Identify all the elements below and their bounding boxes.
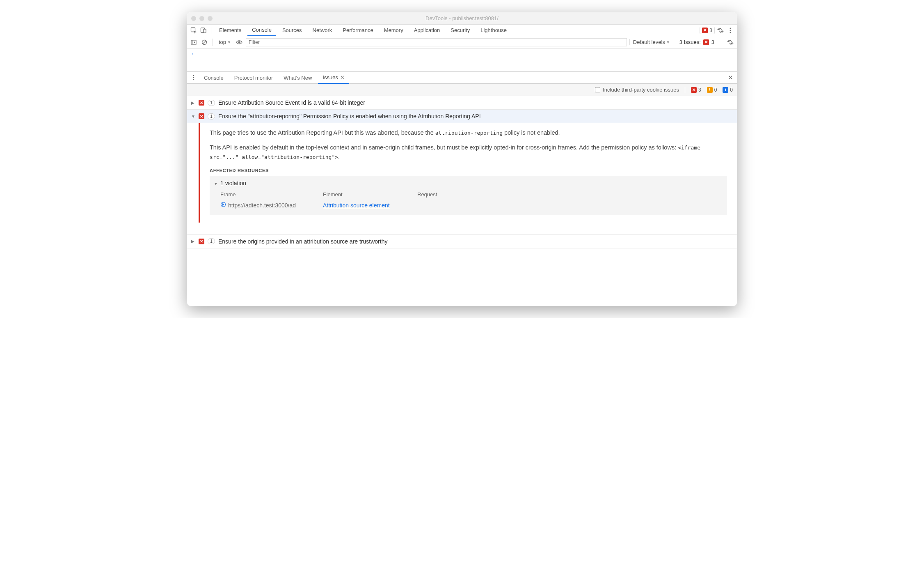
violation-header: 1 violation: [220, 179, 246, 188]
svg-point-10: [193, 77, 194, 78]
filter-input[interactable]: [246, 38, 627, 46]
divider: [211, 27, 211, 34]
titlebar: DevTools - publisher.test:8081/: [187, 12, 737, 25]
info-icon: i: [723, 87, 728, 93]
checkbox-icon: [595, 87, 600, 92]
tab-elements[interactable]: Elements: [215, 25, 246, 36]
warning-icon: !: [707, 87, 713, 93]
divider: [213, 39, 213, 46]
svg-point-9: [193, 75, 194, 76]
issue-detail: This page tries to use the Attribution R…: [199, 123, 737, 223]
table-row: https://adtech.test:3000/ad Attribution …: [220, 200, 723, 210]
issues-chip[interactable]: 3 Issues: ✕ 3: [676, 39, 718, 45]
chevron-down-icon: ▼: [227, 40, 231, 44]
close-tab-icon[interactable]: ✕: [340, 74, 345, 80]
svg-point-8: [238, 41, 240, 43]
error-icon: ✕: [199, 113, 204, 119]
tab-security[interactable]: Security: [446, 25, 474, 36]
issue-title: Ensure the "attribution-reporting" Permi…: [218, 113, 481, 119]
svg-point-5: [730, 32, 731, 33]
tab-network[interactable]: Network: [308, 25, 337, 36]
affected-table: Frame Element Request https://adtech.tes…: [214, 191, 723, 210]
issue-count-badge: 1: [208, 100, 215, 106]
col-request-header: Request: [417, 191, 723, 199]
inspect-element-icon[interactable]: [190, 26, 198, 34]
col-frame-header: Frame: [220, 191, 319, 199]
divider: [722, 39, 722, 46]
info-count: 0: [730, 87, 733, 93]
inline-code: attribution-reporting: [435, 130, 503, 136]
drawer-kebab-icon[interactable]: [190, 74, 198, 82]
col-element-header: Element: [323, 191, 413, 199]
frame-icon: [220, 201, 226, 210]
violation-toggle[interactable]: ▼ 1 violation: [214, 179, 723, 188]
frame-url: https://adtech.test:3000/ad: [228, 201, 296, 210]
drawer-tab-issues-label: Issues: [322, 74, 338, 80]
error-icon: ✕: [691, 87, 697, 93]
issue-title: Ensure the origins provided in an attrib…: [218, 238, 387, 245]
warn-count: 0: [714, 87, 717, 93]
clear-console-icon[interactable]: [200, 38, 208, 46]
drawer-tab-console[interactable]: Console: [199, 71, 228, 84]
issue-count-badge: 1: [208, 113, 215, 119]
issue-row[interactable]: ▶ ✕ 1 Ensure Attribution Source Event Id…: [187, 96, 737, 110]
top-errors-count: 3: [709, 28, 712, 33]
console-toolbar: top ▼ Default levels ▼ 3 Issues: ✕ 3: [187, 36, 737, 48]
issue-title: Ensure Attribution Source Event Id is a …: [218, 99, 365, 106]
affected-resources-header: Affected Resources: [210, 167, 727, 174]
drawer-tabs: Console Protocol monitor What's New Issu…: [187, 71, 737, 84]
svg-point-4: [730, 30, 731, 31]
error-icon: ✕: [703, 39, 709, 45]
tab-memory[interactable]: Memory: [380, 25, 408, 36]
svg-rect-2: [204, 29, 206, 33]
devtools-window: DevTools - publisher.test:8081/ Elements…: [187, 12, 737, 306]
collapse-triangle-icon: ▼: [191, 114, 195, 119]
tab-lighthouse[interactable]: Lighthouse: [476, 25, 511, 36]
issue-row[interactable]: ▼ ✕ 1 Ensure the "attribution-reporting"…: [187, 110, 737, 123]
kebab-menu-icon[interactable]: [726, 26, 734, 34]
console-sidebar-toggle-icon[interactable]: [190, 38, 198, 46]
drawer-tab-issues[interactable]: Issues ✕: [318, 71, 349, 84]
error-icon: ✕: [702, 28, 708, 33]
live-expression-icon[interactable]: [235, 38, 243, 46]
tab-performance[interactable]: Performance: [338, 25, 377, 36]
svg-point-11: [193, 79, 194, 80]
tab-sources[interactable]: Sources: [278, 25, 306, 36]
svg-point-3: [730, 28, 731, 29]
element-link[interactable]: Attribution source element: [323, 202, 390, 209]
context-select-label: top: [219, 39, 226, 45]
window-title: DevTools - publisher.test:8081/: [187, 15, 737, 21]
top-errors-chip[interactable]: ✕ 3: [700, 27, 715, 34]
settings-icon[interactable]: [716, 26, 725, 34]
expand-triangle-icon: ▶: [191, 101, 195, 105]
separator: [187, 223, 737, 235]
third-party-checkbox[interactable]: Include third-party cookie issues: [595, 87, 679, 93]
issue-paragraph: This page tries to use the Attribution R…: [210, 128, 727, 137]
issues-filter-bar: Include third-party cookie issues ✕ 3 ! …: [187, 84, 737, 96]
frame-cell[interactable]: https://adtech.test:3000/ad: [220, 201, 319, 210]
issues-label: 3 Issues:: [679, 39, 701, 45]
close-drawer-icon[interactable]: ✕: [726, 74, 734, 82]
issue-row[interactable]: ▶ ✕ 1 Ensure the origins provided in an …: [187, 235, 737, 248]
issue-paragraph: This API is enabled by default in the to…: [210, 143, 727, 161]
issues-errors-stat[interactable]: ✕ 3: [691, 87, 701, 93]
issues-info-stat[interactable]: i 0: [723, 87, 733, 93]
log-levels-select[interactable]: Default levels ▼: [629, 39, 673, 45]
issues-warnings-stat[interactable]: ! 0: [707, 87, 717, 93]
error-icon: ✕: [199, 100, 204, 106]
affected-resources-box: ▼ 1 violation Frame Element Request http…: [210, 176, 727, 215]
drawer-tab-protocol-monitor[interactable]: Protocol monitor: [230, 71, 278, 84]
tab-console[interactable]: Console: [247, 25, 276, 36]
context-select[interactable]: top ▼: [217, 39, 233, 45]
element-cell[interactable]: Attribution source element: [323, 201, 413, 210]
console-settings-icon[interactable]: [726, 38, 734, 46]
err-count: 3: [698, 87, 701, 93]
expand-triangle-icon: ▶: [191, 239, 195, 244]
device-toggle-icon[interactable]: [199, 26, 208, 34]
console-body[interactable]: ›: [187, 48, 737, 71]
drawer-tab-whats-new[interactable]: What's New: [279, 71, 316, 84]
third-party-label: Include third-party cookie issues: [603, 87, 679, 93]
tab-application[interactable]: Application: [409, 25, 445, 36]
console-prompt-icon: ›: [191, 51, 194, 56]
log-levels-label: Default levels: [633, 39, 665, 45]
